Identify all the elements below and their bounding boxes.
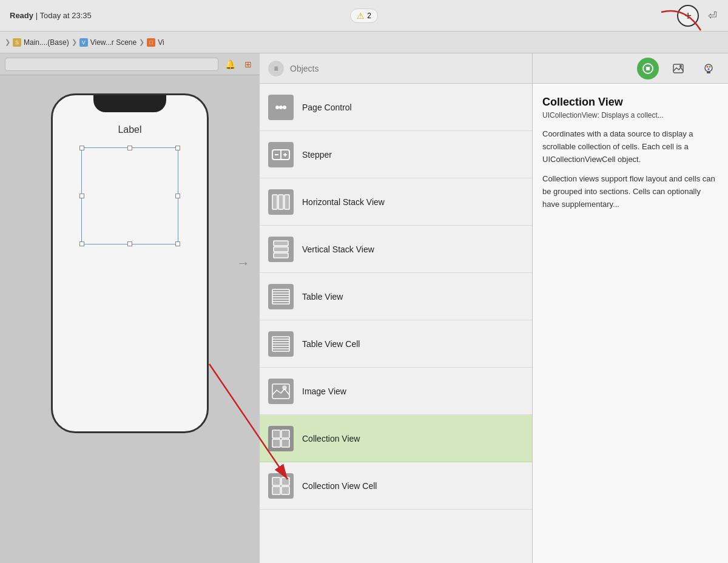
list-item-vertical-stack-view[interactable]: Vertical Stack View [260, 226, 532, 273]
svg-rect-13 [274, 241, 288, 246]
svg-point-4 [283, 106, 286, 109]
svg-rect-11 [278, 195, 283, 209]
info-tool-color-btn[interactable] [698, 58, 720, 79]
svg-point-42 [705, 64, 712, 72]
stepper-icon [268, 142, 294, 167]
vertical-stack-label: Vertical Stack View [302, 244, 374, 254]
svg-point-41 [679, 65, 682, 67]
collection-view-label: Collection View [302, 434, 360, 443]
warning-badge[interactable]: ⚠ 2 [350, 8, 378, 23]
svg-rect-31 [281, 430, 289, 438]
svg-rect-35 [281, 477, 289, 485]
svg-point-43 [707, 66, 709, 67]
image-view-label: Image View [302, 386, 346, 396]
breadcrumb-sep2: ❯ [139, 38, 144, 46]
list-item-page-control[interactable]: Page Control [260, 84, 532, 131]
phone-notch [93, 95, 166, 112]
page-control-label: Page Control [302, 103, 352, 112]
horizontal-stack-icon [268, 189, 294, 215]
page-control-icon [268, 95, 294, 120]
table-view-label: Table View [302, 292, 343, 302]
handle-ml[interactable] [79, 194, 84, 198]
objects-panel: ≡ Page Control [260, 53, 533, 563]
filter-icon2[interactable]: ⊞ [241, 58, 255, 71]
warning-count: 2 [367, 12, 371, 20]
info-tool-image-btn[interactable] [667, 58, 689, 79]
info-panel: Collection View UICollectionView: Displa… [533, 53, 728, 563]
svg-point-3 [279, 106, 283, 109]
add-button[interactable]: + [677, 5, 699, 27]
handle-bl[interactable] [79, 241, 84, 246]
handle-br[interactable] [175, 241, 180, 246]
filter-bar: 🔔 ⊞ [0, 53, 260, 75]
breadcrumb-view-icon: V [79, 38, 88, 47]
nav-arrow: → [237, 255, 250, 271]
filter-icon1[interactable]: 🔔 [223, 58, 237, 71]
handle-mr[interactable] [175, 194, 180, 198]
handle-tc[interactable] [127, 146, 132, 150]
canvas-area: Label → [0, 75, 260, 451]
svg-point-45 [708, 68, 710, 70]
horizontal-stack-label: Horizontal Stack View [302, 197, 385, 207]
list-item-collection-view-cell[interactable]: Collection View Cell [260, 462, 532, 510]
selection-box[interactable] [81, 147, 178, 244]
svg-rect-46 [707, 72, 710, 73]
svg-point-29 [283, 386, 286, 389]
svg-rect-39 [646, 67, 650, 70]
phone-content: Label [53, 112, 207, 257]
breadcrumb-file-icon: S [13, 38, 21, 47]
info-para-2: Collection views support flow layout and… [542, 173, 718, 211]
info-content: Collection View UICollectionView: Displa… [533, 84, 728, 231]
image-view-icon [268, 379, 294, 404]
stepper-label: Stepper [302, 150, 332, 160]
breadcrumb-item-view[interactable]: V View...r Scene [79, 38, 137, 47]
breadcrumb-view-label: View...r Scene [90, 38, 137, 47]
list-item-stepper[interactable]: Stepper [260, 131, 532, 178]
list-item-image-view[interactable]: Image View [260, 368, 532, 415]
table-view-cell-icon [268, 331, 294, 357]
svg-rect-32 [272, 439, 280, 447]
list-item-horizontal-stack-view[interactable]: Horizontal Stack View [260, 178, 532, 226]
phone-label: Label [118, 124, 141, 135]
collection-view-cell-icon [268, 473, 294, 499]
objects-filter-icon[interactable]: ≡ [268, 61, 284, 76]
warning-icon: ⚠ [357, 11, 365, 21]
info-subtitle: UICollectionView: Displays a collect... [542, 111, 718, 120]
handle-tl[interactable] [79, 146, 84, 150]
svg-rect-14 [274, 247, 288, 252]
list-item-table-view-cell[interactable]: Table View Cell [260, 320, 532, 368]
table-view-icon [268, 284, 294, 309]
breadcrumb-chevron[interactable]: ❯ [5, 38, 10, 46]
left-panel: 🔔 ⊞ Label [0, 53, 260, 563]
breadcrumb-item-main[interactable]: S Main....(Base) [13, 38, 69, 47]
breadcrumb: ❯ S Main....(Base) ❯ V View...r Scene ❯ … [0, 32, 728, 53]
breadcrumb-vi-label: Vi [158, 38, 164, 47]
handle-bc[interactable] [127, 241, 132, 246]
svg-rect-37 [281, 487, 289, 494]
collection-view-cell-label: Collection View Cell [302, 481, 377, 491]
main-area: 🔔 ⊞ Label [0, 53, 728, 563]
info-para-1: Coordinates with a data source to displa… [542, 128, 718, 166]
status-text: Ready | Today at 23:35 [10, 11, 92, 20]
svg-rect-36 [272, 487, 280, 494]
breadcrumb-item-vi[interactable]: □ Vi [147, 38, 164, 47]
table-view-cell-label: Table View Cell [302, 339, 360, 349]
list-item-collection-view[interactable]: Collection View [260, 415, 532, 462]
handle-tr[interactable] [175, 146, 180, 150]
svg-rect-30 [272, 430, 280, 438]
objects-header: ≡ [260, 53, 532, 84]
svg-point-44 [709, 66, 711, 67]
breadcrumb-sep1: ❯ [72, 38, 77, 46]
svg-rect-10 [272, 195, 277, 209]
svg-rect-34 [272, 477, 280, 485]
back-button[interactable]: ⏎ [701, 5, 723, 27]
filter-search-input[interactable] [5, 58, 218, 71]
breadcrumb-main-label: Main....(Base) [24, 38, 69, 47]
objects-search-input[interactable] [290, 61, 524, 76]
list-item-table-view[interactable]: Table View [260, 273, 532, 320]
info-tool-object-btn[interactable] [637, 58, 659, 79]
vertical-stack-icon [268, 237, 294, 262]
phone-mockup: Label [51, 93, 209, 433]
svg-point-2 [275, 106, 279, 109]
info-description: Coordinates with a data source to displa… [542, 128, 718, 211]
